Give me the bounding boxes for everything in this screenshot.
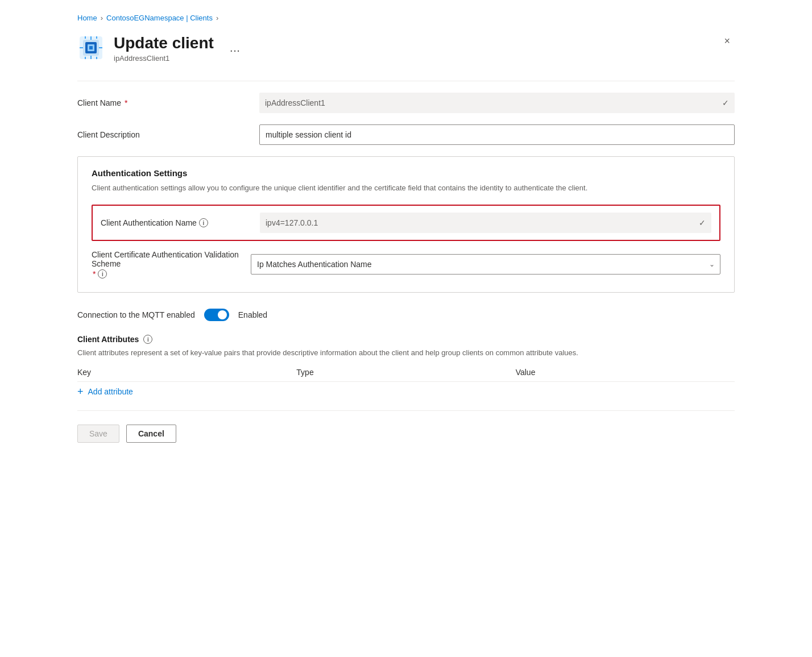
toggle-slider	[204, 309, 229, 321]
add-icon: +	[77, 386, 84, 397]
client-auth-name-label: Client Authentication Name i	[101, 218, 260, 227]
client-name-input	[259, 93, 735, 113]
client-name-label: Client Name *	[77, 98, 259, 107]
validation-required-star: *	[93, 269, 96, 278]
auth-settings-box: Authentication Settings Client authentic…	[77, 156, 735, 293]
auth-settings-title: Authentication Settings	[92, 168, 720, 178]
svg-rect-4	[89, 46, 93, 49]
col-key: Key	[77, 368, 296, 377]
client-attributes-info-icon[interactable]: i	[143, 335, 152, 344]
auth-name-input	[260, 213, 711, 233]
header-text: Update client ipAddressClient1	[114, 34, 214, 63]
breadcrumb-sep2: ›	[216, 14, 218, 22]
page-subtitle: ipAddressClient1	[114, 54, 214, 63]
auth-name-input-wrapper: ✓	[260, 213, 711, 233]
add-attribute-label: Add attribute	[88, 387, 133, 396]
required-star: *	[125, 98, 127, 107]
save-button[interactable]: Save	[77, 425, 119, 443]
client-name-input-wrapper: ✓	[259, 93, 735, 113]
page-title: Update client	[114, 34, 214, 53]
client-attributes-header: Client Attributes i	[77, 335, 735, 344]
auth-name-check-icon: ✓	[699, 218, 706, 227]
col-value: Value	[516, 368, 735, 377]
breadcrumb: Home › ContosoEGNamespace | Clients ›	[77, 14, 735, 22]
breadcrumb-home[interactable]: Home	[77, 14, 97, 22]
breadcrumb-sep1: ›	[101, 14, 103, 22]
client-description-input[interactable]	[259, 124, 735, 145]
add-attribute-button[interactable]: + Add attribute	[77, 386, 735, 397]
header-left: Update client ipAddressClient1 ...	[77, 34, 240, 63]
mqtt-toggle[interactable]	[204, 309, 229, 321]
client-icon	[77, 34, 105, 61]
client-description-label: Client Description	[77, 130, 259, 139]
validation-info-icon[interactable]: i	[98, 269, 107, 278]
attributes-table-header: Key Type Value	[77, 368, 735, 382]
header-actions: ×	[719, 34, 735, 48]
header-row: Update client ipAddressClient1 ... ×	[77, 34, 735, 63]
close-button[interactable]: ×	[719, 34, 735, 48]
mqtt-row: Connection to the MQTT enabled Enabled	[77, 309, 735, 321]
auth-name-info-icon[interactable]: i	[199, 218, 208, 227]
mqtt-label: Connection to the MQTT enabled	[77, 310, 195, 319]
validation-scheme-select[interactable]: Ip Matches Authentication Name Certifica…	[251, 254, 720, 275]
client-attributes-description: Client attributes represent a set of key…	[77, 347, 735, 359]
client-auth-name-row: Client Authentication Name i ✓	[92, 205, 720, 241]
cancel-button[interactable]: Cancel	[126, 425, 176, 443]
client-description-row: Client Description	[77, 124, 735, 145]
validation-scheme-select-wrapper: Ip Matches Authentication Name Certifica…	[251, 254, 720, 275]
validation-scheme-row: Client Certificate Authentication Valida…	[92, 250, 720, 278]
col-type: Type	[296, 368, 515, 377]
header-separator	[77, 81, 735, 81]
client-attributes-section: Client Attributes i Client attributes re…	[77, 335, 735, 397]
validation-scheme-label: Client Certificate Authentication Valida…	[92, 250, 251, 278]
auth-settings-description: Client authentication settings allow you…	[92, 182, 720, 194]
more-options-button[interactable]: ...	[230, 40, 240, 55]
footer-buttons: Save Cancel	[77, 410, 735, 443]
client-name-row: Client Name * ✓	[77, 93, 735, 113]
form-section: Client Name * ✓ Client Description Authe…	[77, 93, 735, 397]
mqtt-status: Enabled	[238, 310, 267, 319]
client-name-check-icon: ✓	[722, 98, 729, 107]
breadcrumb-namespace[interactable]: ContosoEGNamespace | Clients	[106, 14, 213, 22]
